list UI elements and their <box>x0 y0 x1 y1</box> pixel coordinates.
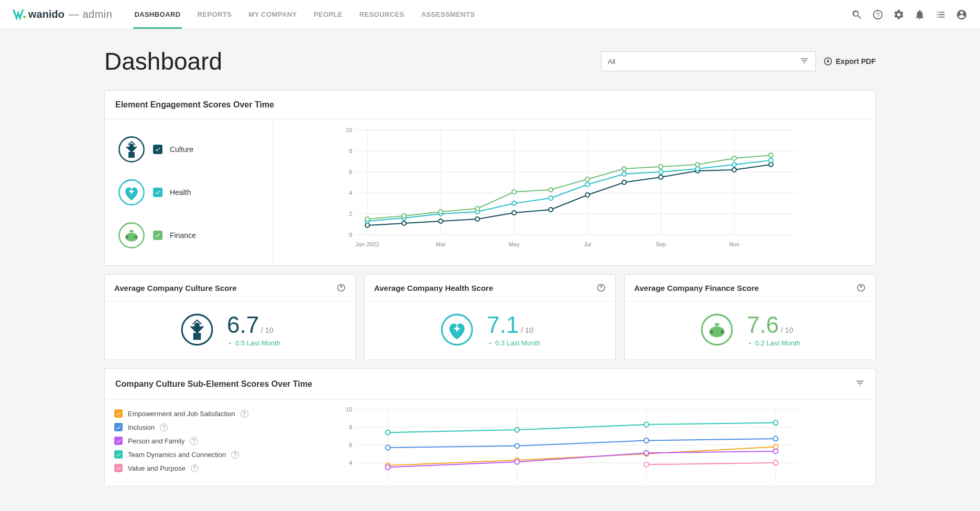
help-icon[interactable] <box>336 283 346 292</box>
sub-legend-item: Team Dynamics and Connection? <box>114 450 263 459</box>
legend-checkbox-culture[interactable] <box>153 145 162 154</box>
svg-point-39 <box>475 217 480 221</box>
score-card-culture: Average Company Culture Score6.7 / 100.5… <box>104 274 356 360</box>
brand-logo[interactable]: wanido <box>13 8 64 21</box>
score-delta: 0.5 Last Month <box>227 339 280 347</box>
sub-checkbox[interactable] <box>114 450 123 459</box>
svg-point-10 <box>126 236 128 238</box>
score-row: Average Company Culture Score6.7 / 100.5… <box>104 274 876 360</box>
legend-label: Health <box>170 188 191 197</box>
svg-point-0 <box>23 15 26 18</box>
svg-text:8: 8 <box>349 148 352 154</box>
sub-legend-label: Value and Purpose <box>128 464 186 472</box>
list-icon[interactable] <box>935 9 946 20</box>
svg-point-99 <box>386 445 390 450</box>
admin-label: — admin <box>69 8 113 20</box>
sub-filter-icon[interactable] <box>855 378 865 390</box>
svg-point-106 <box>774 449 778 453</box>
page-title: Dashboard <box>104 47 222 75</box>
engagement-card: Element Engagement Scores Over Time Cult… <box>104 90 876 266</box>
engagement-chart: 0246810Jan 2022MarMayJulSepNov <box>273 119 875 265</box>
svg-text:May: May <box>509 241 520 247</box>
sub-legend-label: Inclusion <box>128 423 155 431</box>
sub-checkbox[interactable] <box>114 423 123 431</box>
help-icon[interactable]: ? <box>190 437 198 445</box>
svg-text:2: 2 <box>349 211 352 217</box>
settings-icon[interactable] <box>893 9 905 20</box>
account-icon[interactable] <box>956 9 967 20</box>
legend-culture: Culture <box>117 135 259 164</box>
svg-point-44 <box>659 175 663 179</box>
legend-finance: Finance <box>117 221 259 249</box>
svg-point-81 <box>710 330 713 333</box>
svg-point-37 <box>402 221 406 225</box>
nav-reports[interactable]: REPORTS <box>197 0 233 29</box>
legend-checkbox-finance[interactable] <box>153 231 162 240</box>
svg-point-65 <box>549 188 553 192</box>
svg-point-59 <box>769 158 773 162</box>
svg-point-56 <box>659 170 663 174</box>
svg-text:8: 8 <box>349 424 352 430</box>
nav-dashboard[interactable]: DASHBOARD <box>133 0 181 29</box>
sub-checkbox[interactable] <box>114 437 123 445</box>
svg-point-74 <box>194 322 200 328</box>
nav-my-company[interactable]: MY COMPANY <box>247 0 298 29</box>
svg-point-62 <box>439 210 443 214</box>
download-circle-icon <box>823 57 833 66</box>
score-title: Average Company Culture Score <box>114 284 237 292</box>
help-icon[interactable]: ? <box>191 464 199 472</box>
svg-text:10: 10 <box>346 127 352 133</box>
svg-point-11 <box>135 236 137 238</box>
help-icon[interactable]: ? <box>872 9 884 20</box>
help-icon[interactable]: ? <box>231 451 239 459</box>
svg-point-108 <box>515 428 519 432</box>
filter-dropdown[interactable]: All <box>601 51 816 71</box>
score-denom: / 10 <box>259 326 273 334</box>
sub-checkbox[interactable] <box>114 409 123 418</box>
svg-point-111 <box>644 462 649 467</box>
svg-point-47 <box>769 162 773 167</box>
help-icon[interactable]: ? <box>160 423 168 431</box>
nav-resources[interactable]: RESOURCES <box>358 0 406 29</box>
legend-checkbox-health[interactable] <box>153 188 162 197</box>
search-icon[interactable] <box>851 9 863 20</box>
score-delta: 0.2 Last Month <box>747 339 800 347</box>
score-card-finance: Average Company Finance Score7.6 / 100.2… <box>624 274 876 360</box>
svg-point-58 <box>732 162 736 167</box>
help-icon[interactable] <box>596 283 606 292</box>
svg-point-70 <box>732 156 736 160</box>
nav-assessments[interactable]: ASSESSMENTS <box>420 0 476 29</box>
svg-point-100 <box>515 443 519 448</box>
svg-point-109 <box>644 422 649 427</box>
sub-checkbox[interactable] <box>114 464 123 472</box>
svg-text:Sep: Sep <box>656 241 666 247</box>
sub-legend-label: Empowerment and Job Satisfaction <box>128 410 235 418</box>
svg-text:4: 4 <box>349 190 352 196</box>
svg-point-103 <box>386 465 390 470</box>
culture-icon <box>117 135 146 164</box>
main-nav: DASHBOARDREPORTSMY COMPANYPEOPLERESOURCE… <box>133 0 476 29</box>
health-icon <box>117 178 146 206</box>
help-icon[interactable] <box>856 283 866 292</box>
sub-legend-label: Person and Family <box>128 437 184 445</box>
sub-element-card: Company Culture Sub-Element Scores Over … <box>104 368 876 486</box>
score-title: Average Company Health Score <box>374 284 493 292</box>
svg-point-60 <box>365 217 369 221</box>
svg-point-71 <box>769 153 773 157</box>
svg-point-66 <box>585 177 590 181</box>
svg-point-112 <box>774 461 778 465</box>
svg-point-53 <box>549 196 553 200</box>
engagement-line-chart: 0246810Jan 2022MarMayJulSepNov <box>278 125 865 251</box>
nav-people[interactable]: PEOPLE <box>313 0 344 29</box>
export-pdf-button[interactable]: Export PDF <box>823 57 876 66</box>
sub-chart: 46810 <box>273 400 875 486</box>
notifications-icon[interactable] <box>914 9 925 20</box>
svg-rect-80 <box>715 323 719 325</box>
help-icon[interactable]: ? <box>241 410 248 418</box>
header-actions: All Export PDF <box>601 51 876 71</box>
svg-point-55 <box>622 172 626 176</box>
svg-point-61 <box>402 214 406 218</box>
brand-name: wanido <box>28 8 64 20</box>
svg-text:Mar: Mar <box>436 241 446 247</box>
svg-text:Jul: Jul <box>584 241 591 247</box>
